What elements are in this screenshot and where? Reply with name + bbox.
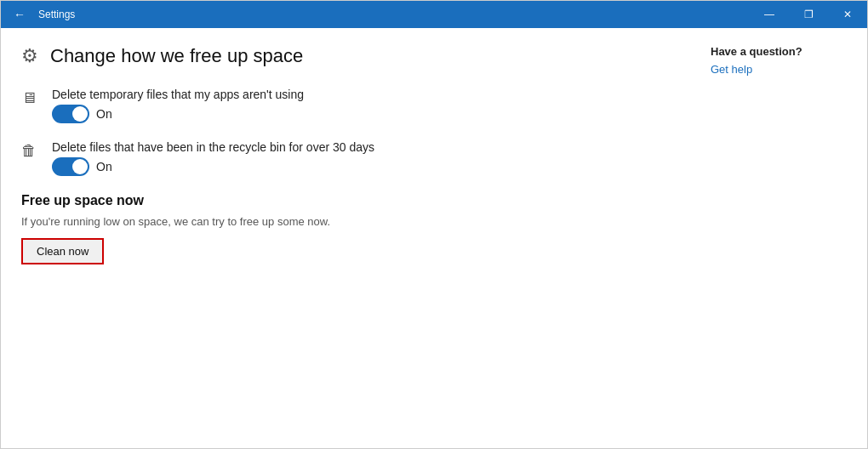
setting-content-recycle: Delete files that have been in the recyc… — [52, 140, 374, 176]
get-help-link[interactable]: Get help — [711, 63, 752, 76]
setting-label-recycle: Delete files that have been in the recyc… — [52, 140, 374, 154]
setting-label-temp: Delete temporary files that my apps aren… — [52, 88, 304, 101]
window-controls: — ❐ ✕ — [750, 1, 867, 28]
page-title-row: ⚙ Change how we free up space — [21, 45, 677, 67]
close-button[interactable]: ✕ — [828, 1, 867, 28]
free-up-section: Free up space now If you're running low … — [21, 193, 677, 264]
page-title: Change how we free up space — [50, 45, 303, 67]
setting-row-temp-files: 🖥 Delete temporary files that my apps ar… — [21, 88, 677, 123]
toggle-label-temp: On — [96, 107, 112, 121]
page-icon: ⚙ — [21, 45, 38, 67]
toggle-row-temp: On — [52, 105, 304, 123]
minimize-button[interactable]: — — [750, 1, 789, 28]
toggle-temp-files[interactable] — [52, 105, 89, 123]
setting-content-temp: Delete temporary files that my apps aren… — [52, 88, 304, 123]
title-bar-left: ← Settings — [8, 3, 75, 26]
toggle-label-recycle: On — [96, 160, 112, 173]
setting-row-recycle: 🗑 Delete files that have been in the rec… — [21, 140, 677, 176]
monitor-icon: 🖥 — [21, 89, 40, 107]
back-icon: ← — [14, 8, 26, 21]
window-title: Settings — [38, 9, 75, 20]
window: ← Settings — ❐ ✕ ⚙ Change how we free up… — [0, 0, 868, 449]
help-title: Have a question? — [711, 45, 854, 58]
free-up-title: Free up space now — [21, 193, 677, 208]
toggle-recycle[interactable] — [52, 157, 89, 176]
help-sidebar: Have a question? Get help — [697, 28, 867, 448]
back-button[interactable]: ← — [8, 3, 31, 26]
title-bar: ← Settings — ❐ ✕ — [1, 1, 867, 28]
content-area: ⚙ Change how we free up space 🖥 Delete t… — [1, 28, 867, 448]
toggle-row-recycle: On — [52, 157, 374, 176]
free-up-desc: If you're running low on space, we can t… — [21, 215, 677, 228]
restore-button[interactable]: ❐ — [789, 1, 828, 28]
clean-now-button[interactable]: Clean now — [21, 238, 104, 264]
recycle-icon: 🗑 — [21, 142, 40, 160]
settings-page: ⚙ Change how we free up space 🖥 Delete t… — [1, 28, 697, 448]
